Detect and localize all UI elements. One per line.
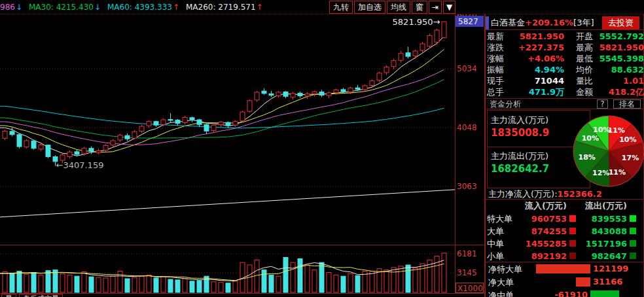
order-outflow-value: 839553	[577, 213, 627, 225]
outflow-swatch	[630, 253, 636, 259]
stock-app-window: 986↓MA30: 4215.430↓MA60: 4393.333↑MA260:…	[0, 0, 644, 297]
kline-chart[interactable]: 602050344048306361813145X10005827←3407.1…	[0, 0, 484, 297]
quote-label: 金额	[564, 86, 593, 97]
quote-label: 量比	[564, 75, 593, 86]
fund-analysis-bar: 资金分析 ? 排名	[486, 98, 643, 109]
axis-label: 5034	[457, 64, 477, 73]
order-table-row: 大单874255843088	[487, 225, 644, 237]
order-row-label: 特大单	[487, 213, 520, 225]
outflow-swatch	[630, 215, 636, 222]
rank-button[interactable]: 排名	[613, 99, 641, 109]
order-row-label: 小单	[487, 250, 520, 262]
net-flow-bar	[590, 290, 619, 297]
fund-banner: 白酒基金 +209.16% [3年] 去投资	[486, 16, 643, 29]
order-outflow-value: 843088	[577, 225, 627, 237]
bottom-tab[interactable]: 盘后成交量	[19, 294, 63, 297]
net-row-value: -61910	[486, 290, 588, 297]
net-row-净特大单: 净特大单121199	[486, 262, 644, 275]
ma-label-text: 986	[0, 3, 15, 12]
quote-label: 现手	[487, 75, 513, 86]
bottom-tab[interactable]: 量	[1, 294, 16, 297]
quote-value: 1.01	[593, 75, 644, 86]
bottom-tabs: 量盘后成交量	[1, 294, 63, 297]
pie-slice-label: 10%	[582, 134, 599, 143]
toolbar-button-窗[interactable]: 窗	[412, 1, 427, 14]
main-flow-section: 主力流入(万元) 1835008.9 主力流出(万元) 1682642.7 11…	[486, 110, 643, 188]
quote-value: +227.375	[513, 42, 564, 53]
net-inflow-row: 主力净流入(万元):152366.2	[486, 188, 643, 199]
ma-label: MA30: 4215.430↓	[29, 3, 101, 12]
quote-label: 涨跌	[487, 42, 513, 53]
next-window-icon[interactable]: ⇥	[429, 1, 442, 14]
ma-indicator-labels: 986↓MA30: 4215.430↓MA60: 4393.333↑MA260:…	[0, 0, 267, 14]
order-row-label: 中单	[487, 237, 520, 250]
net-inflow-label: 主力净流入(万元):	[488, 189, 558, 199]
order-table-row: 中单14552851517196	[487, 237, 644, 250]
net-row-净中单: 净中单-61910	[486, 288, 644, 297]
order-row-label: 大单	[487, 225, 520, 237]
fund-name: 白酒基金	[491, 17, 525, 29]
quote-value: 71044	[513, 75, 564, 86]
order-inflow-value: 1455285	[520, 237, 567, 250]
net-order-bars: 净特大单121199净大单31166净中单-61910	[486, 262, 644, 297]
high-price-annotation: 5821.950→	[393, 17, 440, 27]
ma-trend-arrow-icon: ↑	[173, 3, 179, 12]
order-table-header: 流入(万元) 流出(万元)	[487, 200, 644, 213]
order-size-table: 流入(万元) 流出(万元) 特大单960753839553大单874255843…	[487, 200, 644, 262]
inflow-swatch	[569, 215, 576, 222]
order-inflow-value: 874255	[520, 225, 567, 237]
quote-value: 418.2亿	[593, 86, 644, 97]
quote-value: 5552.792	[593, 31, 644, 42]
axis-label: 5827	[458, 17, 478, 26]
axis-label: 4048	[457, 123, 477, 132]
help-button[interactable]: ?	[597, 99, 608, 109]
toolbar-button-均线[interactable]: 均线	[387, 1, 410, 14]
pie-slice-label: 11%	[609, 168, 626, 177]
net-row-净大单: 净大单31166	[486, 275, 644, 288]
ma-label-text: MA260: 2719.571	[186, 3, 256, 12]
fund-period: [3年]	[573, 17, 594, 29]
inflow-swatch	[569, 240, 576, 247]
pie-slice-label: 17%	[622, 154, 639, 162]
axis-label: 3063	[457, 182, 477, 191]
fund-stripe	[486, 16, 489, 29]
order-table-rows: 特大单960753839553大单874255843088中单145528515…	[487, 213, 644, 262]
pie-slice-label: 10%	[593, 126, 610, 134]
toolbar-buttons: 九转加自选均线窗⇥▼	[329, 1, 456, 14]
inflow-value: 1835008.9	[491, 127, 549, 139]
order-inflow-value: 960753	[520, 213, 567, 225]
net-row-value: 31166	[593, 277, 622, 287]
net-flow-bar	[576, 277, 590, 287]
ma-label: 986↓	[0, 3, 22, 12]
dropdown-icon[interactable]: ▼	[443, 1, 456, 14]
quote-value: 5821.950	[513, 31, 564, 42]
quote-label: 涨幅	[487, 53, 513, 64]
divider	[486, 29, 643, 30]
quote-value: 471.9万	[513, 86, 564, 97]
right-panel: 白酒884188 白酒基金 +209.16% [3年] 去投资 最新5821.9…	[484, 0, 644, 297]
quote-label: 均价	[564, 64, 593, 75]
quote-label: 振幅	[487, 64, 513, 75]
go-invest-button[interactable]: 去投资	[602, 16, 639, 29]
order-table-row: 特大单960753839553	[487, 213, 644, 225]
inflow-swatch	[569, 228, 576, 234]
outflow-swatch	[630, 240, 636, 247]
quote-label: 开盘	[564, 31, 593, 42]
net-row-label: 净特大单	[488, 264, 522, 275]
axis-label: 3145	[457, 268, 477, 277]
fund-analysis-title: 资金分析	[490, 99, 521, 109]
pie-slice-label: 12%	[592, 169, 609, 177]
quote-grid: 最新5821.950开盘5552.792涨跌+227.375最高5821.950…	[487, 31, 644, 97]
toolbar: 986↓MA30: 4215.430↓MA60: 4393.333↑MA260:…	[0, 0, 644, 14]
ma-trend-arrow-icon: ↓	[94, 3, 101, 12]
outflow-label: 主力流出(万元)	[491, 150, 548, 162]
net-inflow-value: 152366.2	[558, 189, 602, 199]
axis-label: X1000	[457, 284, 483, 293]
toolbar-button-加自选[interactable]: 加自选	[354, 1, 385, 14]
ma-label-text: MA30: 4215.430	[29, 3, 94, 12]
toolbar-button-九转[interactable]: 九转	[329, 1, 353, 14]
quote-label: 最低	[564, 53, 593, 64]
quote-value: 5821.950	[593, 42, 644, 53]
order-inflow-value: 892192	[520, 250, 567, 262]
ma-trend-arrow-icon: ↑	[257, 3, 263, 12]
